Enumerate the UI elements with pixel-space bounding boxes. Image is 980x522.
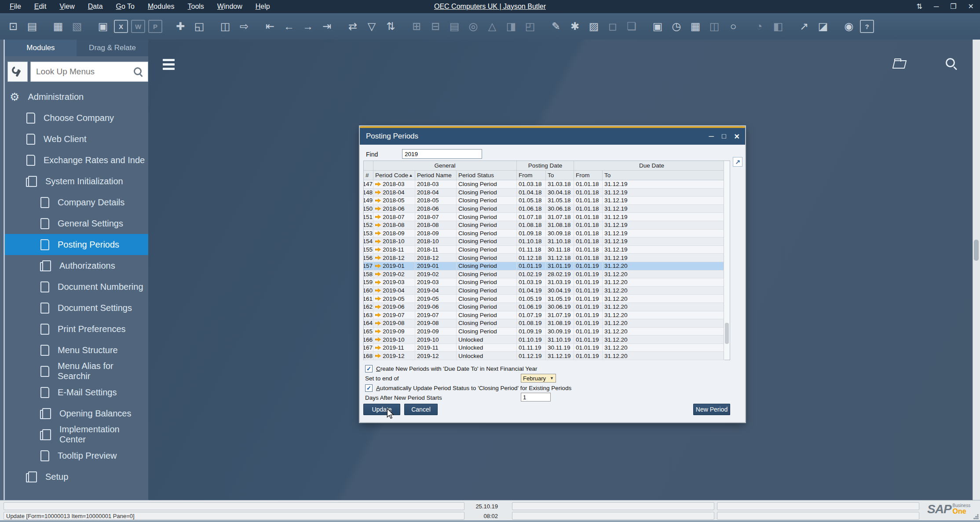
column-header-period-status[interactable]: Period Status	[457, 171, 517, 180]
sort-table-icon[interactable]: ⇅	[383, 18, 399, 34]
web-browser-icon[interactable]: ◉	[841, 18, 857, 34]
set-to-end-of-dropdown[interactable]: February ▼	[521, 374, 556, 383]
link-arrow-icon[interactable]	[375, 272, 381, 277]
link-arrow-icon[interactable]	[375, 263, 381, 268]
filter-table-icon[interactable]: ▽	[364, 18, 380, 34]
menu-item-tools[interactable]: Tools	[187, 3, 204, 11]
window-arrange-icon[interactable]: ⇅	[917, 0, 922, 13]
resize-grip[interactable]	[973, 514, 979, 519]
sidebar-item-general-settings[interactable]: General Settings	[5, 213, 148, 234]
menu-item-edit[interactable]: Edit	[34, 3, 47, 11]
link-arrow-icon[interactable]	[375, 190, 381, 195]
link-arrow-icon[interactable]	[375, 321, 381, 325]
global-search-icon[interactable]	[945, 57, 958, 70]
column-header-period-code[interactable]: Period Code▲	[373, 171, 415, 180]
serial-batch-icon[interactable]: ◨	[503, 18, 519, 34]
table-row-period-2019-10[interactable]: 1662019-102019-10Unlocked01.10.1931.10.1…	[364, 336, 724, 344]
journal-entry-icon[interactable]: ▤	[446, 18, 462, 34]
table-scrollbar[interactable]	[724, 161, 730, 360]
column-header-to-due[interactable]: To	[603, 171, 730, 180]
chat-icon[interactable]: ❏	[624, 18, 640, 34]
table-row-period-2018-04[interactable]: 1482018-042018-04Closing Period01.04.183…	[364, 189, 724, 197]
column-header-to-due[interactable]: To	[546, 171, 574, 180]
remarks-icon[interactable]: ◻	[605, 18, 621, 34]
cancel-button[interactable]: Cancel	[404, 404, 438, 415]
goto-record-icon[interactable]: ⇨	[236, 18, 252, 34]
dialog-maximize-icon[interactable]: □	[722, 132, 726, 140]
link-arrow-icon[interactable]	[375, 239, 381, 244]
export-pdf-icon[interactable]: P	[148, 20, 162, 33]
link-arrow-icon[interactable]	[375, 256, 381, 260]
menu-item-go-to[interactable]: Go To	[116, 3, 135, 11]
approved-document-icon[interactable]: ▣	[650, 18, 666, 34]
link-arrow-icon[interactable]	[375, 304, 381, 309]
desktop-scrollbar-thumb[interactable]	[974, 240, 979, 261]
sidebar-item-opening-balances[interactable]: Opening Balances	[5, 403, 148, 424]
days-after-input[interactable]	[521, 393, 551, 402]
sidebar-item-implementation-center[interactable]: Implementation Center	[5, 424, 148, 445]
table-row-period-2019-12[interactable]: 1682019-122019-12Unlocked01.12.1931.12.1…	[364, 352, 724, 360]
sidebar-item-tooltip-preview[interactable]: Tooltip Preview	[5, 445, 148, 466]
column-header-from-due[interactable]: From	[574, 171, 603, 180]
delivery-schedule-icon[interactable]: ◔	[751, 18, 767, 34]
org-chart-icon[interactable]: ◫	[706, 18, 722, 34]
sidebar-item-print-preferences[interactable]: Print Preferences	[5, 318, 148, 339]
column-header-from[interactable]: From	[517, 171, 546, 180]
column-header-[interactable]: #	[364, 171, 373, 180]
table-row-period-2019-04[interactable]: 1602019-042019-04Closing Period01.04.193…	[364, 287, 724, 295]
copy-table-icon[interactable]: ▣	[95, 18, 111, 34]
menu-item-help[interactable]: Help	[256, 3, 270, 11]
table-row-period-2019-02[interactable]: 1582019-022019-02Closing Period01.02.192…	[364, 270, 724, 279]
payment-means-icon[interactable]: ◎	[465, 18, 481, 34]
find-input[interactable]	[402, 149, 482, 159]
sidebar-item-document-settings[interactable]: Document Settings	[5, 297, 148, 318]
window-minimize-icon[interactable]: ─	[934, 0, 939, 13]
last-record-icon[interactable]: ⇥	[319, 18, 335, 34]
link-arrow-icon[interactable]	[375, 206, 381, 211]
sidebar-item-exchange-rates-and-inde[interactable]: Exchange Rates and Inde	[5, 150, 148, 171]
business-partner-icon[interactable]: ○	[725, 18, 741, 34]
menu-item-view[interactable]: View	[59, 3, 74, 11]
sidebar-tab-drag-relate[interactable]: Drag & Relate	[77, 40, 148, 56]
next-record-icon[interactable]: →	[300, 18, 316, 34]
link-arrow-icon[interactable]	[375, 345, 381, 350]
sidebar-item-menu-structure[interactable]: Menu Structure	[5, 339, 148, 361]
lock-screen-icon[interactable]: ◱	[191, 18, 207, 34]
chart-editing-icon[interactable]: ◪	[815, 18, 831, 34]
create-new-periods-checkbox[interactable]: ✓	[365, 365, 373, 372]
table-row-period-2018-08[interactable]: 1522018-082018-08Closing Period01.08.183…	[364, 221, 724, 230]
menu-item-modules[interactable]: Modules	[148, 3, 174, 11]
link-arrow-icon[interactable]	[375, 198, 381, 203]
document-search-icon[interactable]: ◰	[522, 18, 538, 34]
gross-profit-icon[interactable]: △	[484, 18, 500, 34]
export-data-icon[interactable]: ↗	[796, 18, 812, 34]
expand-table-icon[interactable]: ↗	[733, 157, 742, 167]
export-excel-icon[interactable]: X	[114, 20, 128, 33]
window-close-icon[interactable]: ✕	[968, 0, 974, 13]
link-arrow-icon[interactable]	[375, 182, 381, 186]
table-row-period-2019-06[interactable]: 1622019-062019-06Closing Period01.06.193…	[364, 303, 724, 311]
auto-update-checkbox[interactable]: ✓	[365, 384, 373, 392]
add-row-icon[interactable]: ⊞	[409, 18, 424, 34]
table-row-period-2019-01[interactable]: 1572019-012019-01Closing Period01.01.193…	[364, 262, 724, 270]
sidebar-item-choose-company[interactable]: Choose Company	[5, 107, 148, 128]
table-row-period-2018-06[interactable]: 1502018-062018-06Closing Period01.06.183…	[364, 205, 724, 213]
link-arrow-icon[interactable]	[375, 231, 381, 236]
edit-icon[interactable]: ✎	[548, 18, 564, 34]
previous-record-icon[interactable]: ←	[281, 18, 297, 34]
link-arrow-icon[interactable]	[375, 223, 381, 227]
menu-item-data[interactable]: Data	[88, 3, 103, 11]
sidebar-item-administration[interactable]: ⚙Administration	[5, 86, 148, 107]
link-arrow-icon[interactable]	[375, 329, 381, 334]
table-row-period-2018-11[interactable]: 1552018-112018-11Closing Period01.11.183…	[364, 246, 724, 254]
desktop-scrollbar[interactable]	[973, 40, 980, 500]
open-folder-icon[interactable]	[893, 58, 907, 69]
menu-settings-button[interactable]	[7, 62, 28, 82]
link-arrow-icon[interactable]	[375, 354, 381, 358]
table-row-period-2019-09[interactable]: 1652019-092019-09Closing Period01.09.193…	[364, 328, 724, 336]
document-edit-icon[interactable]: ▨	[586, 18, 602, 34]
table-row-period-2019-05[interactable]: 1612019-052019-05Closing Period01.05.193…	[364, 295, 724, 303]
lookup-menus-input[interactable]	[31, 62, 148, 81]
table-row-period-2018-10[interactable]: 1542018-102018-10Closing Period01.10.183…	[364, 237, 724, 246]
sidebar-item-menu-alias-for-searchir[interactable]: Menu Alias for Searchir	[5, 361, 148, 382]
